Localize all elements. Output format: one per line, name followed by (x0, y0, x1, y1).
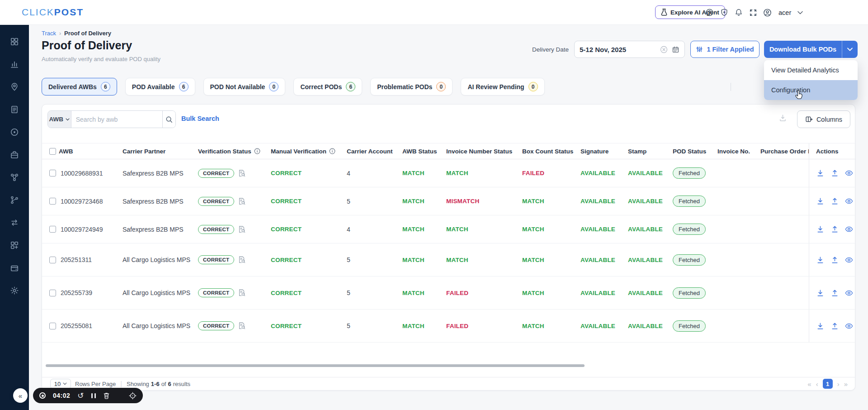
document-search-icon[interactable] (238, 197, 246, 205)
download-icon[interactable] (816, 289, 824, 297)
orders-icon[interactable] (0, 98, 29, 121)
tab-pod-not-available[interactable]: POD Not Available 0 (203, 78, 286, 95)
workflow-icon[interactable] (0, 166, 29, 189)
username-label: acer (778, 9, 791, 16)
pod-tabs: Delivered AWBs 6 POD Available 6 POD Not… (42, 78, 545, 95)
tab-correct-pods[interactable]: Correct PODs 6 (293, 78, 362, 95)
awb-search-group: AWB (47, 110, 176, 128)
download-icon[interactable] (816, 197, 824, 205)
dashboard-icon[interactable] (0, 30, 29, 53)
tab-delivered-awbs[interactable]: Delivered AWBs 6 (42, 78, 117, 95)
transfer-icon[interactable] (0, 211, 29, 234)
target-icon[interactable] (129, 392, 137, 400)
menu-item-view-detailed-analytics[interactable]: View Detailed Analytics (764, 60, 858, 80)
showing-of: of (161, 381, 166, 387)
download-bulk-pods-label[interactable]: Download Bulk PODs (764, 41, 842, 58)
disc-icon[interactable] (0, 121, 29, 143)
tab-pod-available[interactable]: POD Available 6 (125, 78, 195, 95)
download-icon[interactable] (816, 225, 824, 234)
settings-icon[interactable] (0, 279, 29, 302)
tab-problematic-pods[interactable]: Problematic PODs 0 (370, 78, 453, 95)
upload-icon[interactable] (830, 289, 839, 297)
row-checkbox[interactable] (49, 170, 56, 176)
bulk-search-link[interactable]: Bulk Search (181, 115, 219, 122)
chevron-down-icon[interactable] (797, 8, 803, 17)
search-input[interactable] (71, 111, 162, 128)
apps-icon[interactable] (0, 234, 29, 257)
restart-icon[interactable]: ↺ (77, 392, 84, 400)
search-button[interactable] (162, 111, 175, 128)
eye-icon[interactable] (845, 256, 853, 264)
row-checkbox[interactable] (49, 198, 56, 205)
trash-icon[interactable] (103, 392, 110, 399)
eye-icon[interactable] (845, 322, 853, 330)
table-row: 205251311 All Cargo Logistics MPS CORREC… (42, 243, 856, 277)
current-page-button[interactable]: 1 (823, 379, 833, 389)
info-icon[interactable] (329, 148, 335, 154)
top-bar: CLICKPOST Explore AI Agent ace (0, 0, 868, 25)
carrier-account: 4 (347, 170, 350, 177)
document-search-icon[interactable] (238, 256, 246, 264)
document-search-icon[interactable] (238, 322, 246, 330)
branch-icon[interactable] (0, 189, 29, 211)
search-category-select[interactable]: AWB (48, 111, 71, 128)
upload-icon[interactable] (830, 169, 839, 177)
analytics-icon[interactable] (0, 53, 29, 76)
download-bulk-pods-button[interactable]: Download Bulk PODs (764, 41, 858, 58)
shield-icon[interactable] (720, 8, 728, 17)
document-search-icon[interactable] (238, 289, 246, 297)
avatar-icon[interactable] (763, 8, 772, 17)
table-row: 100029724949 Safexpress B2B MPS CORRECT … (42, 215, 856, 243)
export-download-icon[interactable] (779, 114, 787, 122)
filter-applied-button[interactable]: 1 Filter Applied (690, 41, 760, 58)
download-icon[interactable] (816, 322, 824, 330)
info-icon[interactable] (254, 148, 260, 154)
first-page-icon[interactable]: « (807, 381, 811, 387)
pause-icon[interactable] (91, 393, 96, 398)
verification-status-pill: CORRECT (198, 255, 234, 264)
document-search-icon[interactable] (238, 169, 246, 177)
document-search-icon[interactable] (238, 225, 246, 234)
tab-ai-review-pending[interactable]: AI Review Pending 0 (461, 78, 544, 95)
upload-icon[interactable] (830, 322, 839, 330)
row-checkbox[interactable] (49, 290, 56, 296)
rows-per-page-select[interactable]: 10 (50, 379, 71, 389)
columns-button[interactable]: Columns (797, 110, 850, 128)
location-icon[interactable] (0, 76, 29, 98)
download-icon[interactable] (816, 256, 824, 264)
row-checkbox[interactable] (49, 226, 56, 233)
bell-icon[interactable] (734, 8, 743, 17)
wallet-icon[interactable] (0, 257, 29, 279)
horizontal-scrollbar[interactable] (46, 364, 585, 367)
calendar-icon[interactable] (672, 46, 679, 53)
columns-icon (805, 115, 813, 123)
column-header-manual-verification: Manual Verification (271, 148, 326, 155)
upload-icon[interactable] (830, 256, 839, 264)
row-checkbox[interactable] (49, 323, 56, 329)
clear-date-icon[interactable] (660, 46, 668, 53)
delivery-date-input[interactable]: 5-12 Nov, 2025 (574, 41, 685, 58)
filter-sliders-icon (696, 46, 703, 53)
breadcrumb-track-link[interactable]: Track (42, 30, 56, 37)
eye-icon[interactable] (845, 169, 853, 177)
next-page-icon[interactable]: › (837, 381, 840, 387)
eye-icon[interactable] (845, 197, 853, 205)
row-checkbox[interactable] (49, 257, 56, 263)
record-icon[interactable] (39, 392, 46, 399)
column-header-actions: Actions (809, 143, 856, 159)
help-icon[interactable] (705, 8, 714, 17)
menu-item-configuration[interactable]: Configuration (764, 80, 858, 100)
last-page-icon[interactable]: » (844, 381, 848, 387)
eye-icon[interactable] (845, 225, 853, 234)
upload-icon[interactable] (830, 197, 839, 205)
upload-icon[interactable] (830, 225, 839, 234)
select-all-checkbox[interactable] (49, 148, 56, 155)
download-menu-caret[interactable] (842, 41, 858, 58)
collapse-icon[interactable]: « (13, 388, 28, 403)
eye-icon[interactable] (845, 289, 853, 297)
prev-page-icon[interactable]: ‹ (816, 381, 818, 387)
fullscreen-icon[interactable] (749, 8, 757, 17)
download-icon[interactable] (816, 169, 824, 177)
briefcase-icon[interactable] (0, 143, 29, 166)
signature-status: AVAILABLE (580, 226, 615, 233)
